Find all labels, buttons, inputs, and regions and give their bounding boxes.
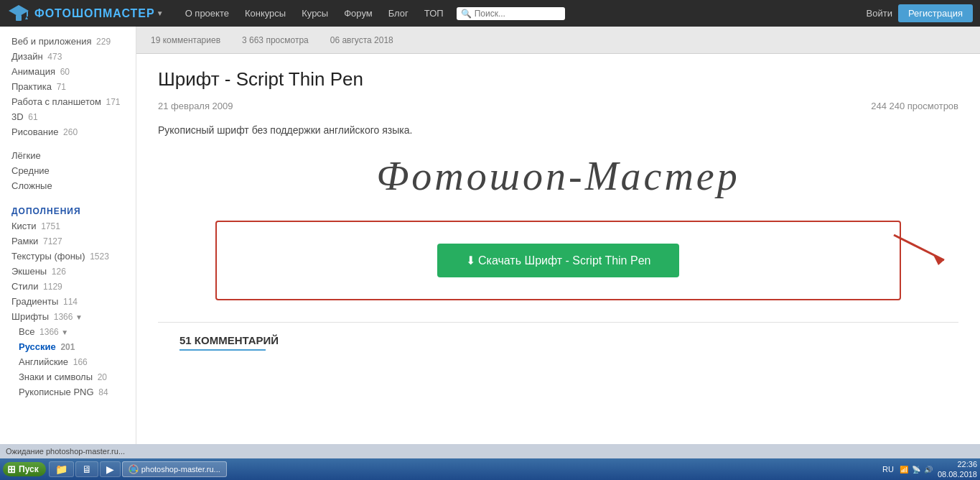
article-title: Шрифт - Script Thin Pen bbox=[158, 68, 958, 91]
article-meta: 21 февраля 2009 244 240 просмотров bbox=[158, 101, 958, 111]
article-meta-strip: 19 комментариев 3 663 просмотра 06 авгус… bbox=[136, 27, 980, 54]
download-arrow bbox=[894, 228, 966, 271]
sidebar-item-animation[interactable]: Анимация 60 bbox=[0, 64, 136, 79]
comments-header: 51 КОММЕНТАРИЙ bbox=[179, 323, 937, 351]
main-content: 19 комментариев 3 663 просмотра 06 авгус… bbox=[136, 27, 980, 458]
search-icon: 🔍 bbox=[461, 9, 472, 19]
comments-title: 51 КОММЕНТАРИЙ bbox=[179, 334, 279, 346]
nav-forum[interactable]: Форум bbox=[337, 5, 380, 22]
sidebar-item-styles[interactable]: Стили 1129 bbox=[0, 279, 136, 294]
nav-about[interactable]: О проекте bbox=[178, 5, 236, 22]
nav-courses[interactable]: Курсы bbox=[294, 5, 335, 22]
svg-marker-3 bbox=[25, 17, 28, 19]
comments-count: 19 комментариев bbox=[151, 35, 220, 45]
statusbar-text: Ожидание photoshop-master.ru... bbox=[6, 447, 125, 456]
sidebar-item-fonts[interactable]: Шрифты 1366 ▼ bbox=[0, 309, 136, 324]
main-layout: Веб и приложения 229 Дизайн 473 Анимация… bbox=[0, 27, 980, 458]
views-count: 3 663 просмотра bbox=[242, 35, 309, 45]
svg-marker-0 bbox=[9, 5, 29, 17]
logo-icon bbox=[7, 4, 30, 24]
sidebar-item-tablet[interactable]: Работа с планшетом 171 bbox=[0, 94, 136, 109]
article-date: 21 февраля 2009 bbox=[158, 101, 233, 111]
sidebar-item-gradients[interactable]: Градиенты 114 bbox=[0, 294, 136, 309]
article-views: 244 240 просмотров bbox=[871, 101, 958, 111]
sidebar-item-drawing[interactable]: Рисование 260 bbox=[0, 124, 136, 139]
logo-text: ФОТОШОПМАСТЕР bbox=[34, 7, 155, 20]
sidebar-addons-label: ДОПОЛНЕНИЯ bbox=[0, 202, 136, 218]
search-box: 🔍 bbox=[457, 7, 565, 20]
login-button[interactable]: Войти bbox=[867, 8, 892, 19]
sidebar-item-frames[interactable]: Рамки 7127 bbox=[0, 234, 136, 249]
topbar: ФОТОШОПМАСТЕР ▼ О проекте Конкурсы Курсы… bbox=[0, 0, 980, 27]
fonts-all-dropdown-icon: ▼ bbox=[61, 328, 68, 336]
statusbar: Ожидание photoshop-master.ru... bbox=[0, 444, 980, 458]
register-button[interactable]: Регистрация bbox=[898, 4, 973, 22]
sidebar: Веб и приложения 229 Дизайн 473 Анимация… bbox=[0, 27, 136, 458]
article: Шрифт - Script Thin Pen 21 февраля 2009 … bbox=[136, 54, 980, 365]
sidebar-item-fonts-all[interactable]: Все 1366 ▼ bbox=[0, 324, 136, 339]
download-area: ⬇ Скачать Шрифт - Script Thin Pen bbox=[187, 221, 930, 300]
top-nav: О проекте Конкурсы Курсы Форум Блог ТОП bbox=[178, 5, 451, 22]
nav-contests[interactable]: Конкурсы bbox=[238, 5, 293, 22]
topbar-right: Войти Регистрация bbox=[867, 4, 973, 22]
sidebar-item-easy[interactable]: Лёгкие bbox=[0, 148, 136, 163]
comments-section: 51 КОММЕНТАРИЙ bbox=[158, 322, 958, 351]
sidebar-item-3d[interactable]: 3D 61 bbox=[0, 109, 136, 124]
svg-line-4 bbox=[894, 235, 944, 260]
logo-dropdown-arrow: ▼ bbox=[157, 9, 164, 17]
publish-date: 06 августа 2018 bbox=[330, 35, 393, 45]
nav-blog[interactable]: Блог bbox=[381, 5, 416, 22]
sidebar-item-textures[interactable]: Текстуры (фоны) 1523 bbox=[0, 249, 136, 264]
sidebar-item-fonts-symbols[interactable]: Знаки и символы 20 bbox=[0, 369, 136, 384]
logo[interactable]: ФОТОШОПМАСТЕР ▼ bbox=[7, 4, 164, 24]
sidebar-item-fonts-russian[interactable]: Русские 201 bbox=[0, 339, 136, 354]
article-description: Рукописный шрифт без поддержки английско… bbox=[158, 124, 958, 136]
svg-rect-1 bbox=[16, 15, 22, 21]
sidebar-item-fonts-english[interactable]: Английские 166 bbox=[0, 354, 136, 369]
fonts-dropdown-icon: ▼ bbox=[75, 313, 83, 321]
nav-top[interactable]: ТОП bbox=[417, 5, 451, 22]
sidebar-item-web[interactable]: Веб и приложения 229 bbox=[0, 34, 136, 49]
download-box: ⬇ Скачать Шрифт - Script Thin Pen bbox=[215, 221, 901, 300]
svg-rect-2 bbox=[27, 11, 28, 17]
search-input[interactable] bbox=[475, 9, 561, 19]
sidebar-item-actions[interactable]: Экшены 126 bbox=[0, 264, 136, 279]
comments-underline bbox=[179, 349, 266, 351]
sidebar-item-practice[interactable]: Практика 71 bbox=[0, 79, 136, 94]
sidebar-item-medium[interactable]: Средние bbox=[0, 163, 136, 178]
sidebar-item-design[interactable]: Дизайн 473 bbox=[0, 49, 136, 64]
sidebar-item-fonts-handwritten[interactable]: Рукописные PNG 84 bbox=[0, 384, 136, 400]
sidebar-item-hard[interactable]: Сложные bbox=[0, 178, 136, 193]
font-preview: Фотошоп-Мастер bbox=[158, 153, 958, 199]
sidebar-item-brushes[interactable]: Кисти 1751 bbox=[0, 218, 136, 234]
download-button[interactable]: ⬇ Скачать Шрифт - Script Thin Pen bbox=[437, 244, 680, 277]
